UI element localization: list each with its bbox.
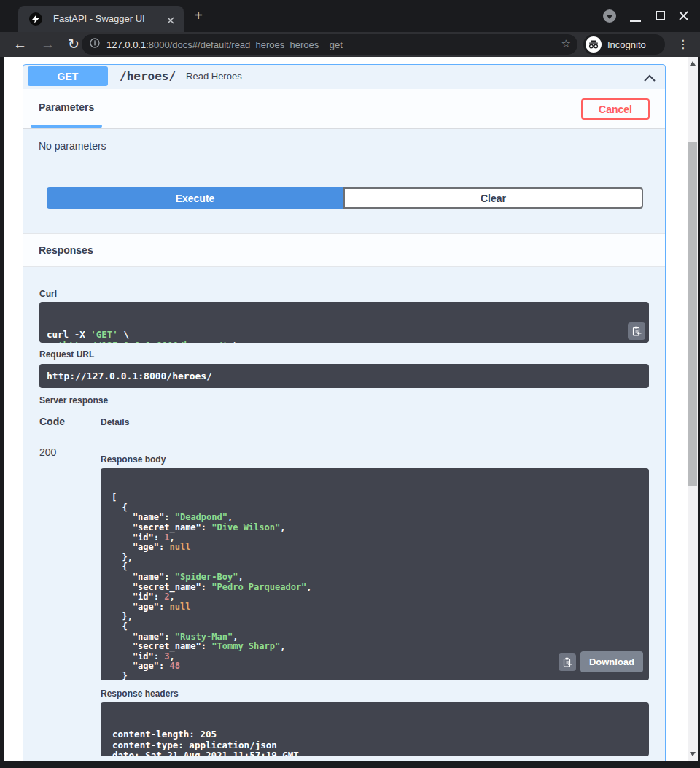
window-maximize-button[interactable]: [656, 11, 665, 20]
window-close-button[interactable]: [678, 10, 689, 21]
response-body-code: [ { "name": "Deadpond", "secret_name": "…: [112, 493, 649, 680]
curl-command-block: curl -X 'GET' \ 'http://127.0.0.1:8000/h…: [39, 302, 649, 343]
swagger-page: GET /heroes/ Read Heroes Parameters Canc…: [4, 57, 688, 761]
incognito-badge: Incognito: [583, 34, 665, 55]
response-headers-code: content-length: 205content-type: applica…: [112, 729, 649, 756]
response-headers-block: content-length: 205content-type: applica…: [101, 702, 649, 756]
cancel-button[interactable]: Cancel: [581, 98, 650, 120]
browser-menu-button[interactable]: ⋮: [677, 36, 689, 53]
browser-tab-strip: FastAPI - Swagger UI +: [0, 0, 700, 32]
copy-curl-button[interactable]: [628, 322, 645, 340]
browser-tab[interactable]: FastAPI - Swagger UI: [18, 6, 184, 32]
window-minimize-button[interactable]: [630, 20, 641, 22]
responses-section-body: Curl curl -X 'GET' \ 'http://127.0.0.1:8…: [24, 268, 664, 761]
code-column-header: Code: [39, 416, 65, 427]
curl-label: Curl: [39, 289, 57, 299]
endpoint-summary: Read Heroes: [186, 71, 242, 82]
server-response-label: Server response: [39, 395, 108, 406]
new-tab-button[interactable]: +: [191, 9, 206, 23]
parameters-header-section: Parameters Cancel: [23, 89, 665, 129]
active-tab-underline: [31, 125, 102, 128]
forward-button[interactable]: →: [41, 35, 55, 54]
curl-code: curl -X 'GET' \ 'http://127.0.0.1:8000/h…: [47, 329, 649, 343]
endpoint-path: /heroes/: [120, 69, 176, 83]
scrollbar-up-icon[interactable]: [690, 61, 696, 66]
status-code: 200: [39, 446, 56, 458]
scrollbar-thumb[interactable]: [688, 142, 697, 486]
tab-parameters[interactable]: Parameters: [39, 101, 94, 113]
response-body-label: Response body: [101, 454, 166, 465]
method-badge: GET: [28, 66, 108, 86]
incognito-label: Incognito: [607, 39, 646, 50]
incognito-icon: [586, 36, 602, 53]
request-url-label: Request URL: [39, 349, 94, 360]
url-text: 127.0.0.1:8000/docs#/default/read_heroes…: [106, 39, 343, 50]
window-frame-bottom: [0, 761, 700, 768]
request-url-block: http://127.0.0.1:8000/heroes/: [39, 364, 649, 388]
back-button[interactable]: ←: [13, 35, 27, 54]
collapse-chevron-icon[interactable]: [644, 71, 656, 85]
reload-button[interactable]: ↻: [68, 35, 79, 54]
responses-title: Responses: [39, 244, 93, 256]
fastapi-favicon-icon: [29, 12, 42, 26]
browser-toolbar: ← → ↻ 127.0.0.1:8000/docs#/default/read_…: [0, 32, 700, 57]
details-column-header: Details: [101, 417, 129, 427]
clear-button[interactable]: Clear: [343, 187, 643, 209]
parameters-body-section: No parameters Execute Clear: [23, 129, 665, 233]
tab-close-icon[interactable]: [166, 15, 175, 23]
tab-search-button[interactable]: [603, 9, 616, 23]
tab-title: FastAPI - Swagger UI: [53, 13, 145, 24]
responses-section-header: Responses: [23, 233, 665, 267]
opblock-get-heroes: GET /heroes/ Read Heroes Parameters Canc…: [23, 64, 666, 761]
download-button[interactable]: Download: [580, 651, 643, 672]
execute-row: Execute Clear: [47, 187, 643, 209]
url-host: 127.0.0.1: [106, 39, 146, 50]
address-bar[interactable]: 127.0.0.1:8000/docs#/default/read_heroes…: [82, 34, 578, 55]
scrollbar-down-icon[interactable]: [690, 752, 696, 756]
no-parameters-text: No parameters: [39, 140, 106, 152]
response-headers-label: Response headers: [101, 689, 179, 699]
bookmark-star-icon[interactable]: ☆: [561, 37, 571, 50]
copy-response-button[interactable]: [559, 653, 576, 671]
table-divider: [39, 438, 649, 438]
execute-button[interactable]: Execute: [47, 187, 343, 209]
caret-down-icon: [607, 15, 612, 19]
site-info-icon[interactable]: [90, 38, 100, 51]
page-scrollbar[interactable]: [688, 57, 698, 761]
operation-header[interactable]: GET /heroes/ Read Heroes: [23, 65, 665, 88]
url-path: :8000/docs#/default/read_heroes_heroes__…: [146, 39, 343, 50]
response-body-block: [ { "name": "Deadpond", "secret_name": "…: [101, 468, 649, 680]
